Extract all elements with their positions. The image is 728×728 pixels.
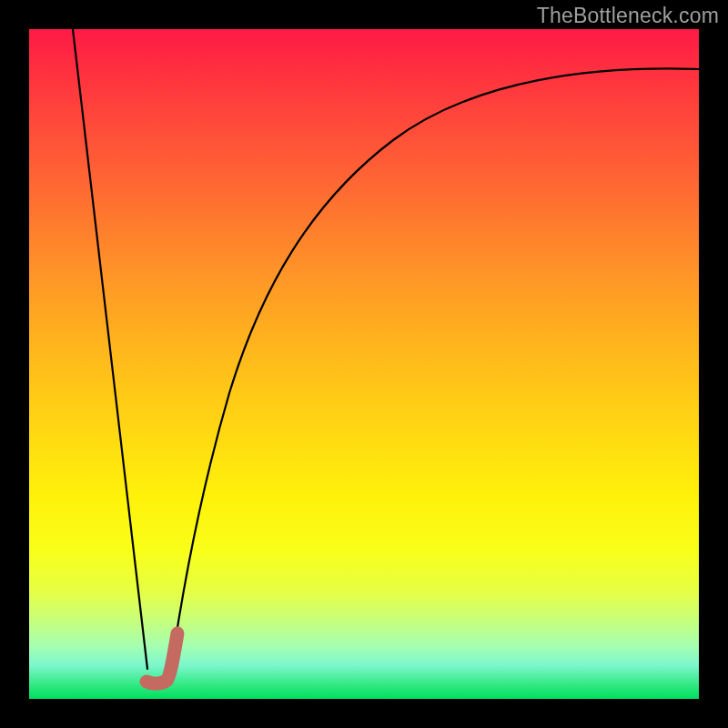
- accent-hook: [147, 633, 177, 683]
- plot-area: [29, 29, 699, 699]
- left-falling-line: [73, 29, 147, 669]
- watermark-text: TheBottleneck.com: [537, 4, 719, 28]
- right-rising-curve: [170, 68, 699, 675]
- chart-frame: TheBottleneck.com: [0, 0, 728, 728]
- curves-svg: [29, 29, 699, 699]
